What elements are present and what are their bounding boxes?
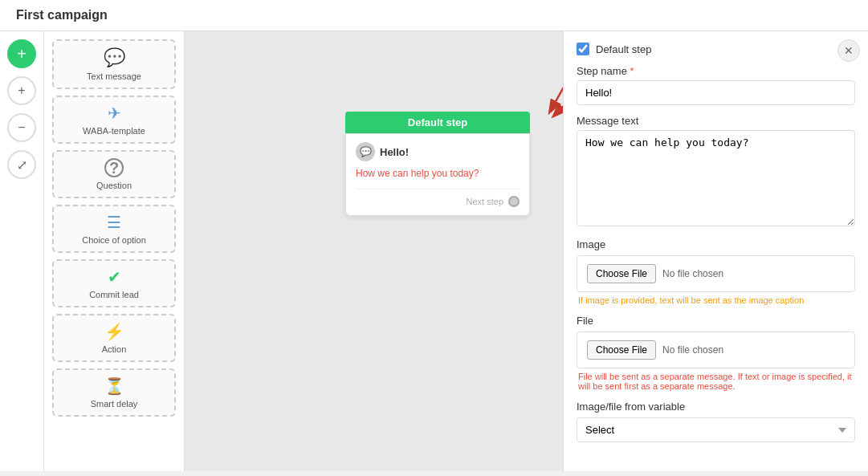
fit-icon: ⤢ (17, 157, 27, 173)
svg-line-1 (554, 59, 563, 116)
waba-template-icon: ✈ (108, 104, 121, 123)
node-message: How we can help you today? (356, 168, 520, 179)
page-title: First campaign (16, 8, 108, 22)
required-marker: * (630, 65, 634, 77)
node-footer: Next step (356, 189, 520, 207)
commit-lead-icon: ✔ (108, 267, 121, 287)
default-step-checkbox[interactable] (577, 43, 589, 55)
left-toolbar: + + − ⤢ (0, 31, 44, 471)
sidebar-item-label: Choice of option (82, 235, 146, 245)
arrows-svg (185, 31, 563, 471)
choose-file-button[interactable]: Choose File (587, 340, 656, 360)
sidebar-item-commit-lead[interactable]: ✔ Commit lead (52, 259, 176, 307)
zoom-out-button[interactable]: − (7, 113, 36, 142)
fit-button[interactable]: ⤢ (7, 150, 36, 179)
default-step-row: Default step (577, 43, 855, 55)
header: First campaign (0, 0, 868, 31)
sidebar-item-question[interactable]: ? Question (52, 150, 176, 198)
node-body: 💬 Hello! How we can help you today? Next… (345, 133, 530, 216)
step-name-input[interactable] (577, 80, 855, 105)
image-no-file-text: No file chosen (662, 268, 723, 279)
sidebar-item-label: Question (96, 181, 132, 190)
smart-delay-icon: ⏳ (104, 376, 124, 396)
image-upload-box: Choose File No file chosen (577, 255, 855, 292)
node-header: 💬 Hello! (356, 142, 520, 161)
right-panel: ✕ Default step Step name * Message text … (563, 31, 868, 471)
sidebar-item-action[interactable]: ⚡ Action (52, 314, 176, 362)
image-file-variable-label: Image/file from variable (577, 401, 855, 413)
message-text-input[interactable]: How we can help you today? (577, 130, 855, 226)
image-hint: If image is provided, text will be sent … (577, 295, 855, 305)
choose-image-file-button[interactable]: Choose File (587, 264, 656, 283)
sidebar-item-smart-delay[interactable]: ⏳ Smart delay (52, 368, 176, 417)
sidebar-item-label: Text message (87, 71, 141, 81)
node-avatar: 💬 (356, 142, 375, 161)
main-layout: + + − ⤢ 💬 Text message ✈ WABA-template ?… (0, 31, 868, 471)
file-hint: File will be sent as a separate message.… (577, 372, 855, 391)
node-connector[interactable] (508, 196, 520, 207)
image-file-variable-select[interactable]: Select (577, 417, 855, 442)
file-upload-box: Choose File No file chosen (577, 332, 855, 368)
sidebar-item-waba-template[interactable]: ✈ WABA-template (52, 96, 176, 144)
choice-of-option-icon: ☰ (107, 213, 121, 232)
close-button[interactable]: ✕ (837, 39, 860, 62)
add-icon: + (17, 45, 26, 63)
canvas-node[interactable]: Default step 💬 Hello! How we can help yo… (345, 112, 530, 216)
step-name-label: Step name * (577, 65, 855, 77)
zoom-out-icon: − (18, 120, 25, 135)
add-button[interactable]: + (7, 39, 36, 68)
message-text-label: Message text (577, 115, 855, 127)
canvas: Default step 💬 Hello! How we can help yo… (185, 31, 563, 471)
action-icon: ⚡ (104, 322, 124, 341)
text-message-icon: 💬 (104, 47, 125, 68)
sidebar-item-label: Action (102, 344, 127, 354)
next-step-label: Next step (467, 197, 503, 206)
zoom-in-icon: + (18, 83, 25, 98)
sidebar-item-label: Smart delay (91, 399, 138, 409)
sidebar-item-label: WABA-template (83, 126, 145, 136)
svg-line-2 (550, 75, 563, 112)
close-icon: ✕ (844, 44, 854, 57)
file-section-label: File (577, 315, 855, 327)
sidebar-item-label: Commit lead (89, 290, 139, 299)
zoom-in-button[interactable]: + (7, 76, 36, 105)
sidebar-item-text-message[interactable]: 💬 Text message (52, 39, 176, 89)
file-no-file-text: No file chosen (662, 344, 723, 356)
node-title: Hello! (380, 146, 409, 158)
default-step-label: Default step (596, 43, 651, 55)
sidebar-item-choice-of-option[interactable]: ☰ Choice of option (52, 205, 176, 253)
image-section-label: Image (577, 238, 855, 250)
sidebar: 💬 Text message ✈ WABA-template ? Questio… (44, 31, 185, 471)
question-icon: ? (104, 158, 124, 177)
node-default-step-label[interactable]: Default step (345, 112, 530, 133)
chat-icon: 💬 (360, 146, 372, 157)
